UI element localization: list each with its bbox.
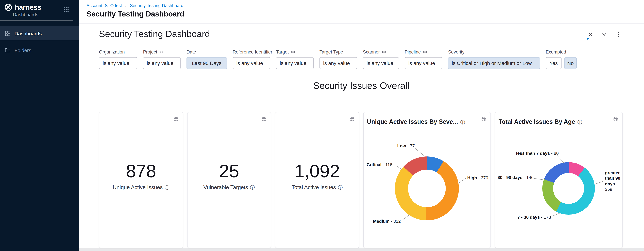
filter-value-dropdown[interactable]: is Critical or High or Medium or Low <box>448 57 540 69</box>
module-name: Dashboards <box>13 12 38 17</box>
dashboard-grid-icon <box>5 30 10 36</box>
globe-icon[interactable] <box>613 116 618 122</box>
globe-icon[interactable] <box>350 116 355 122</box>
info-icon[interactable]: ⓘ <box>578 120 582 124</box>
kebab-menu-icon[interactable]: ⋮ <box>616 32 622 38</box>
sidebar-item-label: Folders <box>14 47 31 53</box>
sidebar-item-label: Dashboards <box>14 30 42 36</box>
chart-card-issues-by-age: Total Active Issues By Age ⓘ <box>495 112 623 248</box>
filter-value-dropdown[interactable]: is any value <box>143 57 181 69</box>
exempted-yes-button[interactable]: Yes <box>546 57 562 69</box>
link-icon <box>382 50 386 54</box>
stat-label: Total Active Issues <box>292 184 336 191</box>
top-header: Account: STO test › Security Testing Das… <box>79 0 644 23</box>
filter-reference-identifier: Reference Identifier is any value <box>232 49 270 69</box>
sidebar: harness Dashboards <box>0 0 79 251</box>
exempted-no-button[interactable]: No <box>564 57 577 69</box>
slice-label-greater-than-90-days: greater than 90 days - 359 <box>605 170 622 192</box>
filter-value-dropdown[interactable]: is any value <box>405 57 442 69</box>
filter-pipeline: Pipeline is any value <box>405 49 442 69</box>
sidebar-item-dashboards[interactable]: Dashboards <box>0 26 79 40</box>
slice-label-critical: Critical - 116 <box>366 162 392 168</box>
stat-card-total-active-issues: 1,092 Total Active Issues ⓘ <box>275 112 359 248</box>
filter-target: Target is any value <box>276 49 314 69</box>
filter-label: Target Type <box>320 49 343 54</box>
cards-row: 878 Unique Active Issues ⓘ 25 Vulnerable… <box>99 112 623 248</box>
filter-label: Pipeline <box>405 49 421 54</box>
info-icon[interactable]: ⓘ <box>460 120 465 124</box>
filter-label: Scanner <box>363 49 380 54</box>
filter-scanner: Scanner is any value <box>363 49 399 69</box>
stat-card-vulnerable-targets: 25 Vulnerable Targets ⓘ <box>187 112 271 248</box>
filter-date: Date Last 90 Days <box>186 49 227 69</box>
filter-value-dropdown[interactable]: is any value <box>232 57 270 69</box>
app-window: harness Dashboards <box>0 0 644 251</box>
filter-value-dropdown[interactable]: Last 90 Days <box>186 57 227 69</box>
brand[interactable]: harness <box>4 3 41 11</box>
filter-value-dropdown[interactable]: is any value <box>276 57 314 69</box>
slice-label-low: Low - 77 <box>397 143 415 149</box>
filter-organization: Organization is any value <box>99 49 137 69</box>
slice-label-high: High - 370 <box>467 175 488 181</box>
chart-title: Unique Active Issues By Seve... <box>367 118 458 125</box>
chart-title: Total Active Issues By Age <box>498 118 575 125</box>
filter-label: Reference Identifier <box>232 49 272 54</box>
filter-severity: Severity is Critical or High or Medium o… <box>448 49 540 69</box>
filter-target-type: Target Type is any value <box>320 49 357 69</box>
filter-label: Date <box>186 49 196 54</box>
breadcrumb-account-link[interactable]: Account: STO test <box>86 3 122 8</box>
breadcrumb: Account: STO test › Security Testing Das… <box>86 3 183 8</box>
stat-value: 1,092 <box>275 161 359 181</box>
link-icon <box>159 50 164 54</box>
breadcrumb-page-link[interactable]: Security Testing Dashboard <box>130 3 184 8</box>
chevron-right-icon: › <box>125 3 127 8</box>
link-icon <box>291 50 295 54</box>
dashboard-panel: ✕ ⋮ Security Testing Dashboard Organizat… <box>79 23 644 248</box>
slice-label-30-90-days: 30 - 90 days - 146 <box>498 175 534 181</box>
filter-icon[interactable] <box>601 32 607 38</box>
globe-icon[interactable] <box>173 116 179 122</box>
stat-label: Unique Active Issues <box>112 184 162 191</box>
filter-label: Organization <box>99 49 125 54</box>
stat-value: 878 <box>99 161 183 181</box>
sidebar-divider <box>0 20 74 21</box>
content-area: ✕ ⋮ Security Testing Dashboard Organizat… <box>79 23 644 251</box>
slice-label-medium: Medium - 322 <box>373 219 401 224</box>
close-icon[interactable]: ✕ <box>588 32 593 38</box>
section-title: Security Issues Overall <box>79 80 644 91</box>
globe-icon[interactable] <box>261 116 266 122</box>
info-icon[interactable]: ⓘ <box>165 185 170 190</box>
sidebar-item-folders[interactable]: Folders <box>0 43 79 57</box>
filter-value-dropdown[interactable]: is any value <box>99 57 137 69</box>
harness-logo-icon <box>4 3 12 11</box>
info-icon[interactable]: ⓘ <box>250 185 255 190</box>
stat-card-unique-active-issues: 878 Unique Active Issues ⓘ <box>99 112 183 248</box>
filter-label: Exempted <box>546 49 566 54</box>
brand-name: harness <box>15 3 41 11</box>
age-donut-chart[interactable] <box>542 162 595 215</box>
filter-label: Project <box>143 49 157 54</box>
slice-label-less-than-7-days: less than 7 days - 80 <box>516 151 559 156</box>
filter-project: Project is any value <box>143 49 181 69</box>
dashboard-title: Security Testing Dashboard <box>99 29 210 39</box>
filter-value-dropdown[interactable]: is any value <box>363 57 399 69</box>
info-icon[interactable]: ⓘ <box>338 185 343 190</box>
filter-bar: Organization is any value Project is any… <box>99 49 577 69</box>
page-title: Security Testing Dashboard <box>86 10 184 18</box>
filter-label: Severity <box>448 49 464 54</box>
folder-icon <box>5 47 10 53</box>
slice-label-7-30-days: 7 - 30 days - 173 <box>518 215 551 220</box>
filter-label: Target <box>276 49 289 54</box>
globe-icon[interactable] <box>481 116 486 122</box>
app-grid-icon[interactable] <box>63 7 69 14</box>
filter-exempted: Exempted Yes No <box>546 49 577 69</box>
sidebar-nav: Dashboards Folders <box>0 26 79 57</box>
stat-value: 25 <box>188 161 271 181</box>
panel-actions: ✕ ⋮ <box>588 32 622 38</box>
chart-card-issues-by-severity: Unique Active Issues By Seve... ⓘ <box>363 112 491 248</box>
link-icon <box>423 50 427 54</box>
severity-donut-chart[interactable] <box>395 156 459 220</box>
filter-value-dropdown[interactable]: is any value <box>320 57 357 69</box>
stat-label: Vulnerable Targets <box>203 184 248 191</box>
